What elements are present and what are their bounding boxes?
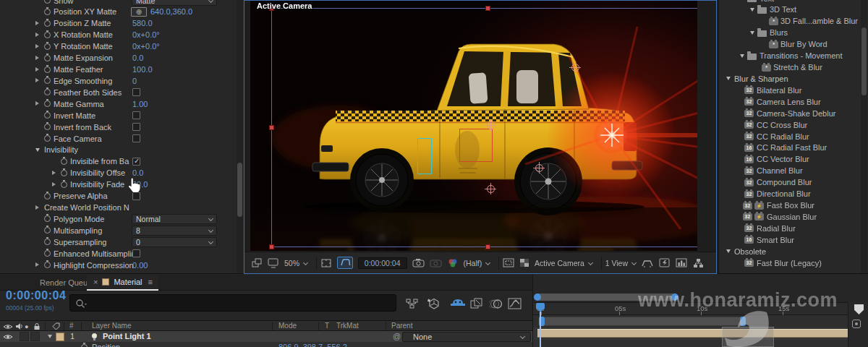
folder-row[interactable]: Blur & Sharpen	[719, 73, 868, 85]
preset-row[interactable]: *3D Fall...amble & Blur	[719, 16, 868, 27]
layer-name[interactable]: Point Light 1	[103, 332, 151, 340]
label-tag-icon[interactable]	[52, 322, 60, 330]
property-checkbox[interactable]	[132, 134, 140, 142]
stopwatch-icon[interactable]	[44, 20, 51, 27]
stopwatch-icon[interactable]	[44, 67, 51, 73]
view-layout-dropdown[interactable]: 1 View	[605, 259, 636, 267]
stopwatch-icon[interactable]	[44, 77, 51, 84]
selection-handle[interactable]	[486, 245, 490, 249]
stopwatch-icon[interactable]	[44, 262, 51, 268]
layer-label-chip[interactable]	[56, 333, 64, 341]
effect-row[interactable]: 32Bilateral Blur	[719, 85, 868, 96]
layer-duration-bar[interactable]	[537, 329, 848, 338]
folder-row[interactable]: 3D Text	[719, 4, 868, 16]
time-ruler[interactable]: 0s05s10s15s	[533, 302, 848, 315]
stopwatch-icon[interactable]	[44, 227, 51, 234]
channel-rgb-icon[interactable]	[447, 258, 459, 268]
folder-row[interactable]: Transitions - Movement	[719, 51, 868, 62]
twirl-icon[interactable]	[35, 33, 39, 37]
audio-speaker-icon[interactable]	[15, 322, 24, 330]
property-value[interactable]: 0.00	[132, 261, 148, 270]
switch-cell[interactable]	[20, 332, 29, 341]
stopwatch-icon[interactable]	[44, 32, 51, 38]
stopwatch-icon[interactable]	[44, 215, 51, 222]
pickwhip-icon[interactable]: @	[393, 332, 401, 340]
trkmat-column-header[interactable]: TrkMat	[336, 322, 359, 330]
transparency-grid-icon[interactable]	[519, 258, 529, 267]
effect-controls-scrollbar[interactable]	[237, 0, 243, 274]
switch-cell[interactable]	[30, 332, 40, 341]
stopwatch-icon[interactable]	[44, 250, 51, 257]
shy-toggle-icon[interactable]	[450, 298, 466, 310]
graph-editor-icon[interactable]	[508, 298, 522, 310]
effect-row[interactable]: 32CC Radial Blur	[719, 131, 868, 142]
property-value[interactable]: 0.0	[132, 53, 143, 62]
t-column-header[interactable]: T	[325, 322, 329, 330]
effect-point-gizmo[interactable]	[487, 185, 495, 193]
histogram-icon[interactable]	[676, 258, 688, 268]
snapshot-camera-icon[interactable]	[412, 258, 425, 267]
work-area-bar[interactable]	[539, 317, 746, 326]
selection-handle[interactable]	[270, 126, 273, 129]
twirl-icon[interactable]	[726, 249, 731, 253]
twirl-icon[interactable]	[750, 31, 754, 35]
effect-row[interactable]: 32CC Cross Blur	[719, 119, 868, 131]
layer-expander-icon[interactable]	[48, 335, 52, 338]
property-checkbox[interactable]	[132, 158, 140, 166]
stopwatch-icon[interactable]	[44, 0, 51, 4]
folder-row[interactable]: Obsolete	[719, 246, 868, 257]
effect-row[interactable]: 16Smart Blur	[719, 234, 868, 246]
stopwatch-icon[interactable]	[81, 344, 88, 347]
flowchart-icon[interactable]	[693, 258, 704, 268]
property-checkbox[interactable]	[132, 88, 140, 96]
twirl-icon[interactable]	[35, 67, 39, 72]
layer-visibility-eye-icon[interactable]	[3, 333, 13, 340]
preset-row[interactable]: *Stretch & Blur	[719, 62, 868, 74]
tab-render-queue[interactable]: Render Queue	[40, 278, 92, 287]
stopwatch-icon[interactable]	[61, 170, 67, 176]
point-picker-button[interactable]: ⊕	[131, 7, 147, 17]
scrollbar-thumb[interactable]	[237, 163, 242, 217]
stopwatch-icon[interactable]	[44, 124, 51, 130]
effect-row[interactable]: 32Radial Blur	[719, 223, 868, 234]
grid-guides-icon[interactable]	[320, 258, 332, 268]
effect-point-gizmo[interactable]	[571, 64, 579, 72]
property-value[interactable]: 30.0	[132, 180, 148, 189]
twirl-icon[interactable]	[35, 78, 39, 82]
mini-flowchart-icon[interactable]	[405, 298, 420, 310]
motion-blur-icon[interactable]	[489, 298, 503, 310]
stopwatch-icon[interactable]	[44, 193, 51, 200]
property-value[interactable]: 100.0	[132, 65, 153, 74]
scrollbar-thumb[interactable]	[861, 27, 867, 95]
twirl-icon[interactable]	[52, 171, 56, 175]
panel-menu-icon[interactable]: ≡	[148, 278, 152, 286]
stopwatch-icon[interactable]	[44, 100, 51, 107]
layer-row[interactable]: 1 Point Light 1 @ None	[0, 331, 532, 342]
property-value[interactable]: 0x+0.0°	[132, 42, 160, 51]
stopwatch-icon[interactable]	[61, 158, 67, 165]
property-value[interactable]: 0	[132, 77, 137, 85]
video-eye-icon[interactable]	[3, 323, 13, 330]
3d-view-dropdown[interactable]: Active Camera	[535, 259, 592, 267]
property-value[interactable]: 0x+0.0°	[132, 30, 160, 39]
playhead[interactable]	[536, 303, 545, 309]
draft-3d-icon[interactable]	[427, 298, 441, 310]
twirl-icon[interactable]	[35, 101, 39, 106]
close-tab-icon[interactable]: ×	[93, 278, 98, 286]
property-checkbox[interactable]	[132, 111, 140, 119]
show-snapshot-icon[interactable]	[430, 258, 442, 267]
property-dropdown[interactable]: 8	[132, 226, 217, 236]
safe-margins-toggle[interactable]	[337, 257, 353, 269]
marker-menu-icon[interactable]	[852, 320, 861, 328]
parent-column-header[interactable]: Parent	[391, 322, 412, 330]
region-of-interest-icon[interactable]	[503, 258, 514, 267]
twirl-icon[interactable]	[52, 182, 56, 187]
folder-row[interactable]: Blurs	[719, 27, 868, 39]
effect-row[interactable]: 16CC Vector Blur	[719, 154, 868, 166]
property-value[interactable]: 640.0,360.0	[150, 7, 192, 16]
twirl-icon[interactable]	[750, 8, 754, 12]
comp-marker-icon[interactable]	[854, 304, 864, 314]
stopwatch-icon[interactable]	[44, 239, 51, 245]
effect-row[interactable]: 32⚡Fast Box Blur	[719, 200, 868, 212]
selection-handle[interactable]	[486, 7, 490, 10]
